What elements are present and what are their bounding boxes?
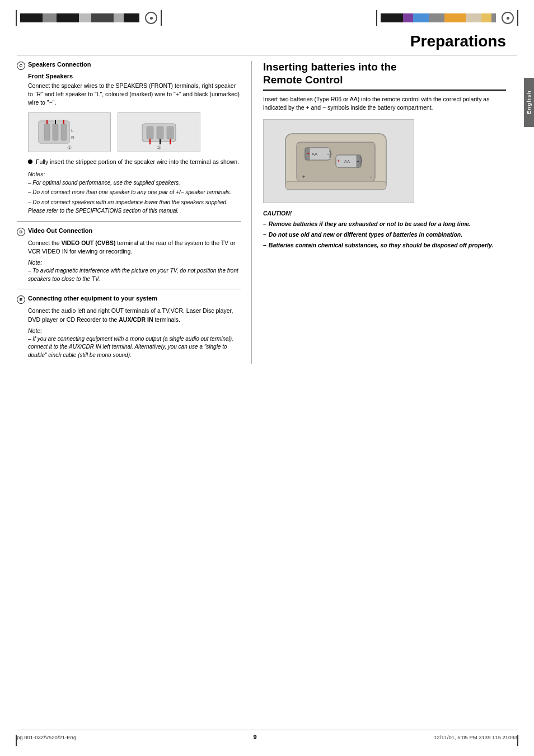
- svg-text:+: +: [337, 158, 340, 164]
- main-content: C Speakers Connection Front Speakers Con…: [17, 61, 517, 364]
- section-e-text: Connect the audio left and right OUT ter…: [28, 307, 241, 323]
- section-e-header: E Connecting other equipment to your sys…: [17, 295, 241, 304]
- svg-rect-3: [61, 124, 67, 140]
- divider-cd: [17, 221, 241, 222]
- section-d-header: D Video Out Connection: [17, 227, 241, 236]
- rc-main-title: Inserting batteries into the Remote Cont…: [263, 61, 506, 91]
- note-text-e: – If you are connecting equipment with a…: [28, 335, 241, 360]
- speaker-plug-svg: [125, 115, 193, 149]
- note-label-d: Note:: [28, 259, 241, 266]
- bullet-text-1: Fully insert the stripped portion of the…: [36, 158, 239, 166]
- battery-image: AA + − AA + − + −: [263, 119, 414, 203]
- page-title-area: Preparations: [0, 31, 534, 55]
- left-border-line-right: [376, 10, 377, 26]
- caution-text-3: Batteries contain chemical substances, s…: [269, 241, 493, 250]
- right-column: Inserting batteries into the Remote Cont…: [252, 61, 517, 364]
- svg-rect-1: [44, 124, 50, 140]
- note-c-1: – For optimal sound performance, use the…: [28, 179, 241, 187]
- svg-text:L: L: [71, 128, 74, 133]
- english-tab-text: English: [526, 90, 532, 114]
- right-border-line-left: [161, 10, 162, 26]
- left-color-bar: [20, 13, 139, 22]
- section-d-title: Video Out Connection: [28, 227, 92, 234]
- svg-text:R: R: [71, 135, 74, 140]
- divider-de: [17, 289, 241, 289]
- left-border-line: [16, 10, 17, 26]
- svg-rect-2: [53, 124, 58, 140]
- note-c-3: – Do not connect speakers with an impeda…: [28, 198, 241, 215]
- bottom-right-line: [517, 735, 518, 746]
- right-color-bar: [381, 13, 496, 22]
- english-sidebar-tab: English: [524, 78, 534, 127]
- left-column: C Speakers Connection Front Speakers Con…: [17, 61, 252, 364]
- front-speakers-text: Connect the speaker wires to the SPEAKER…: [28, 82, 241, 107]
- speaker-diagram: L R ①: [28, 112, 241, 152]
- bullet-dot-1: [28, 159, 32, 164]
- diagram-label-2: ②: [157, 145, 161, 151]
- section-e-title: Connecting other equipment to your syste…: [28, 295, 157, 302]
- section-d-body: Connect the VIDEO OUT (CVBS) terminal at…: [28, 239, 241, 283]
- svg-rect-12: [167, 126, 174, 139]
- section-c: C Speakers Connection Front Speakers Con…: [17, 61, 241, 215]
- diagram-label-1: ①: [67, 145, 72, 151]
- remote-battery-svg: AA + − AA + − + −: [269, 123, 409, 200]
- note-c-2: – Do not connect more than one speaker t…: [28, 188, 241, 197]
- speaker-connector-svg: L R: [36, 115, 103, 149]
- caution-dash-3: –: [263, 241, 266, 250]
- section-e: E Connecting other equipment to your sys…: [17, 295, 241, 359]
- svg-text:−: −: [357, 158, 359, 164]
- svg-text:AA: AA: [312, 152, 318, 157]
- rc-intro-text: Insert two batteries (Type R06 or AA) in…: [263, 95, 506, 113]
- compass-icon-left: [145, 12, 157, 24]
- caution-text-2: Do not use old and new or different type…: [269, 230, 462, 240]
- footer-page-number: 9: [254, 734, 257, 740]
- compass-icon-right: [502, 12, 514, 24]
- note-label-e: Note:: [28, 327, 241, 334]
- front-speakers-title: Front Speakers: [28, 73, 241, 79]
- section-c-title: Speakers Connection: [28, 61, 91, 68]
- caution-section: CAUTION! – Remove batteries if they are …: [263, 210, 506, 250]
- svg-text:+: +: [307, 151, 310, 157]
- section-d-text: Connect the VIDEO OUT (CVBS) terminal at…: [28, 239, 241, 256]
- caution-item-1: – Remove batteries if they are exhausted…: [263, 219, 506, 229]
- caution-text-1: Remove batteries if they are exhausted o…: [269, 219, 471, 229]
- footer-left: pg 001-032/V520/21-Eng: [17, 734, 76, 740]
- note-text-d: – To avoid magnetic interference with th…: [28, 267, 241, 283]
- section-d: D Video Out Connection Connect the VIDEO…: [17, 227, 241, 283]
- page-footer: pg 001-032/V520/21-Eng 9 12/11/01, 5:05 …: [17, 730, 517, 740]
- bullet-item-1: Fully insert the stripped portion of the…: [28, 158, 241, 166]
- section-c-header: C Speakers Connection: [17, 61, 241, 70]
- svg-rect-11: [157, 126, 163, 139]
- caution-dash-1: –: [263, 219, 266, 229]
- svg-text:−: −: [369, 174, 372, 180]
- svg-rect-10: [147, 126, 153, 139]
- title-divider: [17, 55, 517, 55]
- svg-text:+: +: [302, 174, 305, 180]
- svg-rect-30: [285, 181, 386, 190]
- section-e-circle: E: [17, 295, 25, 304]
- svg-text:−: −: [327, 151, 330, 157]
- rc-title-area: Inserting batteries into the Remote Cont…: [263, 61, 506, 91]
- notes-text-c: – For optimal sound performance, use the…: [28, 179, 241, 215]
- footer-right: 12/11/01, 5:05 PM 3139 115 21093: [434, 734, 517, 740]
- caution-items: – Remove batteries if they are exhausted…: [263, 219, 506, 250]
- caution-label: CAUTION!: [263, 210, 506, 217]
- section-c-body: Front Speakers Connect the speaker wires…: [28, 73, 241, 215]
- notes-label-c: Notes:: [28, 171, 241, 177]
- svg-text:AA: AA: [344, 159, 350, 164]
- caution-item-3: – Batteries contain chemical substances,…: [263, 241, 506, 250]
- section-c-circle: C: [17, 62, 25, 70]
- speaker-diagram-box-2: ②: [118, 112, 200, 152]
- speaker-diagram-box-1: L R ①: [28, 112, 111, 152]
- section-e-body: Connect the audio left and right OUT ter…: [28, 307, 241, 359]
- caution-item-2: – Do not use old and new or different ty…: [263, 230, 506, 240]
- caution-dash-2: –: [263, 230, 266, 240]
- right-border-line: [517, 10, 518, 26]
- page-title: Preparations: [410, 32, 506, 50]
- bottom-left-line: [16, 735, 17, 746]
- section-d-circle: D: [17, 228, 25, 236]
